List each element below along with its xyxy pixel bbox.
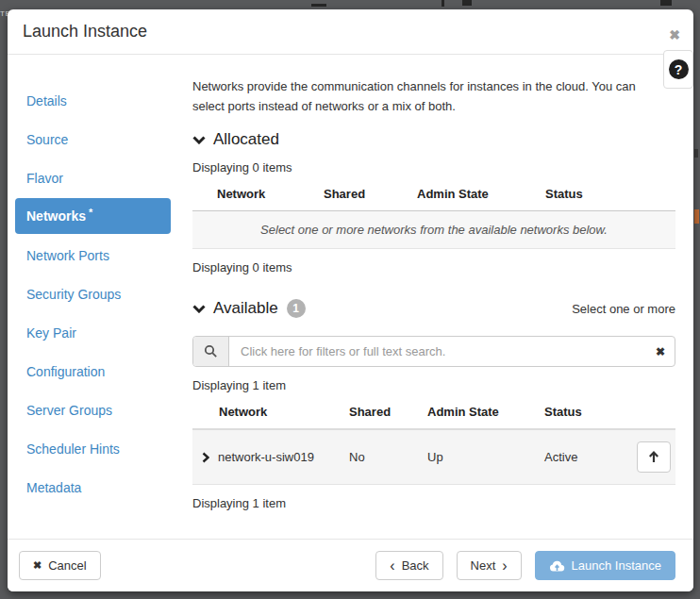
table-row: network-u-siw019 No Up Active (192, 429, 675, 485)
cancel-label: Cancel (48, 558, 86, 573)
column-header-admin-state: Admin State (417, 181, 545, 211)
cloud-upload-icon (549, 559, 565, 572)
chevron-down-icon[interactable] (192, 305, 206, 313)
column-header-admin-state: Admin State (427, 399, 544, 429)
sidebar-item-source[interactable]: Source (8, 120, 192, 158)
next-label: Next (471, 558, 496, 573)
available-table-header: Network Shared Admin State Status (192, 399, 675, 429)
sidebar-item-scheduler-hints[interactable]: Scheduler Hints (8, 429, 192, 468)
chevron-right-icon: › (502, 558, 507, 574)
available-count-badge: 1 (287, 299, 306, 318)
background-page-fragment (311, 4, 326, 7)
column-header-shared: Shared (324, 181, 417, 211)
sidebar-item-server-groups[interactable]: Server Groups (8, 391, 192, 429)
column-header-network: Network (192, 399, 349, 429)
chevron-down-icon[interactable] (192, 136, 206, 144)
help-button[interactable]: ? (663, 50, 693, 89)
background-page-fragment (694, 209, 699, 224)
empty-row: Select one or more networks from the ava… (192, 211, 675, 249)
x-icon: ✖ (33, 559, 42, 572)
allocated-section-header: Allocated (192, 130, 675, 149)
search-input[interactable] (229, 337, 646, 366)
column-header-status: Status (545, 181, 675, 211)
modal-footer: ✖ Cancel ‹ Back Next › Launch Instance (8, 539, 693, 591)
sidebar-item-metadata[interactable]: Metadata (8, 468, 192, 507)
sidebar-item-flavor[interactable]: Flavor (8, 158, 192, 197)
step-description: Networks provide the communication chann… (192, 76, 664, 116)
question-circle-icon: ? (669, 59, 689, 79)
column-header-network: Network (192, 181, 324, 211)
available-section-header: Available 1 Select one or more (192, 299, 675, 318)
clear-search-icon[interactable]: ✖ (646, 337, 675, 366)
cancel-button[interactable]: ✖ Cancel (19, 551, 101, 580)
column-header-shared: Shared (349, 399, 427, 429)
back-button[interactable]: ‹ Back (375, 551, 442, 580)
background-page-fragment (462, 0, 472, 6)
available-title: Available (213, 299, 278, 318)
admin-state-value: Up (427, 429, 544, 485)
sidebar-item-network-ports[interactable]: Network Ports (8, 236, 192, 275)
allocated-table-header: Network Shared Admin State Status (192, 181, 675, 211)
back-label: Back (402, 558, 429, 573)
modal-title: Launch Instance (23, 22, 147, 41)
sidebar-item-key-pair[interactable]: Key Pair (8, 313, 192, 352)
launch-instance-modal: Launch Instance ✖ ? Details Source Flavo… (8, 9, 693, 591)
allocated-count-bottom: Displaying 0 items (192, 260, 675, 275)
close-icon[interactable]: ✖ (669, 28, 680, 42)
wizard-step-nav: Details Source Flavor Networks* Network … (8, 55, 192, 510)
background-page-fragment (694, 149, 698, 158)
filter-search-bar: ✖ (192, 336, 675, 367)
network-name: network-u-siw019 (218, 450, 314, 464)
arrow-up-icon (648, 451, 659, 463)
sidebar-item-security-groups[interactable]: Security Groups (8, 275, 192, 313)
available-count-bottom: Displaying 1 item (192, 496, 675, 510)
allocated-count-top: Displaying 0 items (192, 160, 675, 175)
modal-body: Details Source Flavor Networks* Network … (8, 55, 693, 510)
sidebar-item-networks[interactable]: Networks* (15, 198, 171, 234)
available-count-top: Displaying 1 item (192, 378, 675, 392)
available-table: Network Shared Admin State Status (192, 399, 675, 485)
sidebar-item-details[interactable]: Details (8, 81, 192, 120)
shared-value: No (349, 429, 427, 485)
launch-label: Launch Instance (572, 558, 661, 573)
empty-message: Select one or more networks from the ava… (192, 211, 675, 249)
sidebar-item-label: Networks (26, 208, 86, 224)
allocated-title: Allocated (213, 130, 279, 149)
select-hint: Select one or more (572, 302, 675, 316)
search-icon (193, 337, 229, 366)
chevron-left-icon: ‹ (390, 558, 394, 574)
column-header-status: Status (544, 399, 675, 429)
networks-step-content: Networks provide the communication chann… (192, 55, 693, 510)
allocate-network-button[interactable] (637, 441, 671, 473)
sidebar-item-configuration[interactable]: Configuration (8, 352, 192, 391)
background-page-fragment (660, 0, 672, 6)
allocated-table: Network Shared Admin State Status Select… (192, 181, 675, 249)
next-button[interactable]: Next › (457, 551, 522, 580)
modal-header: Launch Instance ✖ (8, 9, 693, 55)
background-page-fragment (442, 0, 444, 7)
status-value: Active (544, 429, 629, 485)
required-marker: * (89, 207, 92, 218)
launch-instance-button[interactable]: Launch Instance (535, 551, 675, 580)
expand-row-icon[interactable] (202, 452, 209, 463)
